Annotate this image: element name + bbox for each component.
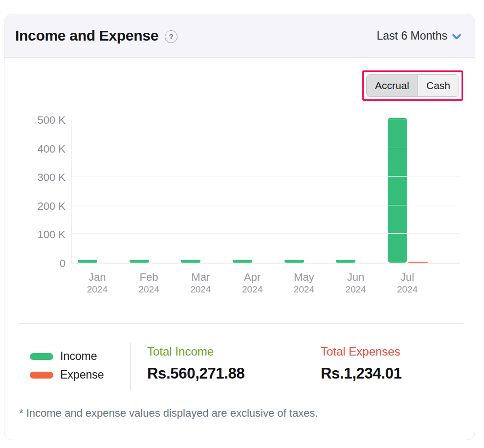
toggle-cash[interactable]: Cash <box>418 75 459 96</box>
x-tick-month: Jul <box>381 270 433 284</box>
x-tick-label: Jan2024 <box>71 270 123 295</box>
chart-legend: IncomeExpense <box>30 350 104 381</box>
legend-label: Expense <box>60 368 104 381</box>
gridline <box>72 176 460 177</box>
gridline <box>72 233 460 234</box>
income-expense-card: Income and Expense ? Last 6 Months Accru… <box>4 14 475 440</box>
section-divider <box>19 323 464 324</box>
month-column <box>72 120 124 263</box>
bar-columns <box>72 120 434 263</box>
x-tick-label: Mar2024 <box>175 270 226 295</box>
bar-pair <box>382 118 434 263</box>
month-column <box>124 120 176 263</box>
x-tick-month: Feb <box>123 270 175 284</box>
bar-pair <box>124 260 176 263</box>
total-income-label: Total Income <box>147 345 245 358</box>
x-tick-year: 2024 <box>330 284 382 295</box>
card-header: Income and Expense ? Last 6 Months <box>4 14 475 58</box>
legend-label: Income <box>60 350 97 363</box>
accounting-basis-toggle: AccrualCash <box>366 74 459 97</box>
income-bar[interactable] <box>388 118 407 263</box>
total-income-value: Rs.560,271.88 <box>147 365 245 382</box>
y-tick-label: 100 K <box>38 228 66 241</box>
legend-item-income: Income <box>30 350 104 363</box>
income-bar[interactable] <box>130 260 149 263</box>
bar-pair <box>330 260 382 263</box>
gridline <box>72 148 460 148</box>
y-tick-label: 500 K <box>38 114 66 127</box>
bar-pair <box>279 260 330 263</box>
help-icon[interactable]: ? <box>165 30 177 43</box>
income-bar[interactable] <box>181 260 200 263</box>
bar-pair <box>227 260 279 263</box>
month-column <box>330 120 382 263</box>
gridline <box>72 119 460 119</box>
income-bar[interactable] <box>285 260 304 263</box>
x-tick-label: Apr2024 <box>226 270 278 295</box>
total-expenses-value: Rs.1,234.01 <box>321 365 402 382</box>
x-tick-month: Jan <box>71 270 123 284</box>
x-tick-year: 2024 <box>278 284 330 295</box>
period-selector-label: Last 6 Months <box>377 29 447 43</box>
toggle-accrual[interactable]: Accrual <box>367 75 418 96</box>
x-tick-label: May2024 <box>278 270 330 295</box>
card-header-left: Income and Expense ? <box>15 27 177 44</box>
legend-item-expense: Expense <box>30 368 104 381</box>
x-tick-year: 2024 <box>71 284 123 295</box>
x-axis-labels: Jan2024Feb2024Mar2024Apr2024May2024Jun20… <box>71 270 433 295</box>
y-tick-label: 200 K <box>38 200 66 213</box>
period-selector[interactable]: Last 6 Months <box>377 29 461 43</box>
page-title: Income and Expense <box>15 27 158 44</box>
x-tick-year: 2024 <box>381 284 433 295</box>
month-column <box>175 120 227 263</box>
x-tick-month: Mar <box>175 270 226 284</box>
x-tick-month: Jun <box>330 270 382 284</box>
y-tick-label: 0 <box>60 257 66 270</box>
total-expenses-block: Total Expenses Rs.1,234.01 <box>321 345 402 382</box>
legend-totals-divider <box>130 343 131 390</box>
month-column <box>227 120 279 263</box>
y-axis-labels: 0100 K200 K300 K400 K500 K <box>4 120 66 264</box>
total-income-block: Total Income Rs.560,271.88 <box>147 345 245 382</box>
total-expenses-label: Total Expenses <box>321 345 402 358</box>
x-tick-label: Jun2024 <box>330 270 382 295</box>
month-column <box>279 120 330 263</box>
footnote: * Income and expense values displayed ar… <box>19 407 318 420</box>
income-bar[interactable] <box>233 260 252 263</box>
y-tick-label: 300 K <box>38 171 66 184</box>
month-column <box>382 120 434 263</box>
x-tick-month: May <box>278 270 330 284</box>
x-tick-year: 2024 <box>226 284 278 295</box>
chevron-down-icon <box>452 34 461 40</box>
expense-bar[interactable] <box>408 262 428 263</box>
gridline <box>72 205 460 205</box>
bar-pair <box>175 260 227 263</box>
y-tick-label: 400 K <box>38 143 66 156</box>
dashboard-page: Income and Expense ? Last 6 Months Accru… <box>0 0 484 448</box>
x-tick-year: 2024 <box>175 284 226 295</box>
x-tick-label: Feb2024 <box>123 270 175 295</box>
x-tick-label: Jul2024 <box>381 270 433 295</box>
plot-area <box>71 120 460 264</box>
income-bar[interactable] <box>78 260 97 263</box>
income-bar[interactable] <box>336 260 355 263</box>
annotation-highlight-box: AccrualCash <box>362 70 463 101</box>
x-tick-month: Apr <box>226 270 278 284</box>
legend-swatch-expense <box>30 372 53 379</box>
bar-pair <box>72 260 124 263</box>
legend-swatch-income <box>30 353 53 360</box>
x-tick-year: 2024 <box>123 284 175 295</box>
